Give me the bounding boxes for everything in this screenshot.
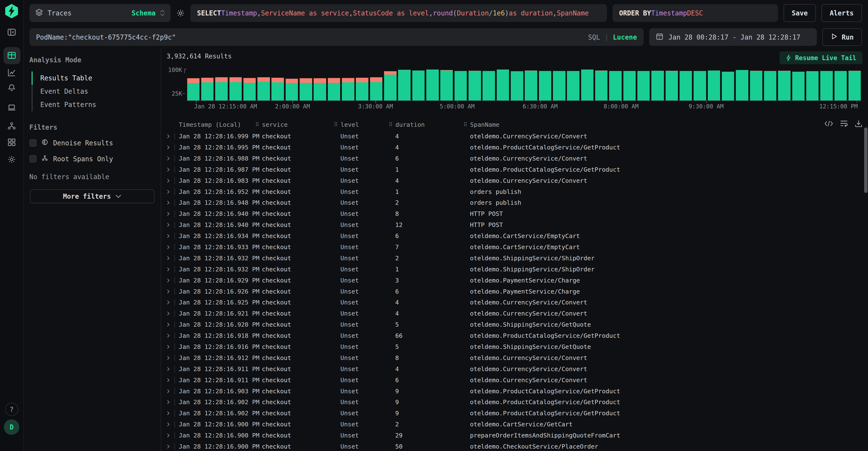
run-button[interactable]: Run: [823, 28, 862, 46]
search-input[interactable]: PodName:"checkout-675775c4cc-f2p9c" SQL …: [29, 28, 644, 46]
dashboards-icon[interactable]: [7, 138, 16, 147]
chart-bar[interactable]: [736, 70, 748, 101]
chevron-right-icon[interactable]: [165, 200, 175, 205]
chevron-right-icon[interactable]: [165, 222, 175, 228]
source-select[interactable]: Traces Schema: [29, 4, 170, 22]
chevron-right-icon[interactable]: [165, 233, 175, 239]
chart-bar[interactable]: [651, 71, 664, 101]
chart-bar[interactable]: [440, 70, 453, 101]
chevron-right-icon[interactable]: [165, 344, 175, 349]
chevron-right-icon[interactable]: [165, 322, 175, 328]
table-row[interactable]: Jan 28 12:28:16.902 PM checkout Unset 9 …: [165, 408, 868, 419]
chart-bar[interactable]: [750, 71, 762, 101]
order-by-editor[interactable]: ORDER BY Timestamp DESC: [613, 4, 778, 22]
chart-bar[interactable]: [848, 71, 861, 101]
chart-bar[interactable]: [215, 77, 227, 100]
chart-bar[interactable]: [834, 71, 847, 101]
table-row[interactable]: Jan 28 12:28:16.900 PM checkout Unset 50…: [165, 441, 868, 451]
chevron-right-icon[interactable]: [165, 444, 175, 449]
chevron-right-icon[interactable]: [165, 433, 175, 438]
chevron-right-icon[interactable]: [165, 266, 175, 272]
alerts-bell-icon[interactable]: [7, 83, 16, 91]
chevron-right-icon[interactable]: [165, 377, 175, 383]
chevron-right-icon[interactable]: [165, 399, 175, 405]
chart-bar[interactable]: [243, 78, 256, 101]
table-row[interactable]: Jan 28 12:28:16.995 PM checkout Unset 4 …: [165, 142, 868, 153]
root-spans-checkbox[interactable]: [29, 155, 37, 163]
table-row[interactable]: Jan 28 12:28:16.926 PM checkout Unset 6 …: [165, 286, 868, 297]
chart-bar[interactable]: [581, 69, 593, 101]
table-row[interactable]: Jan 28 12:28:16.999 PM checkout Unset 4 …: [165, 131, 868, 142]
chart-bar[interactable]: [468, 71, 481, 101]
chart-bar[interactable]: [300, 78, 312, 101]
mode-event-patterns[interactable]: Event Patterns: [32, 98, 155, 111]
chart-bar[interactable]: [708, 71, 720, 101]
column-header-level[interactable]: ⠿level: [334, 121, 389, 128]
scrollbar-thumb[interactable]: [864, 128, 868, 193]
more-filters-button[interactable]: More filters: [30, 189, 155, 203]
help-button[interactable]: ?: [5, 403, 18, 416]
chart-bar[interactable]: [539, 71, 551, 101]
chevron-right-icon[interactable]: [165, 244, 175, 250]
chart-bar[interactable]: [806, 71, 818, 100]
table-row[interactable]: Jan 28 12:28:16.940 PM checkout Unset 12…: [165, 220, 868, 231]
chart-bar[interactable]: [553, 71, 565, 101]
table-row[interactable]: Jan 28 12:28:16.952 PM checkout Unset 1 …: [165, 186, 868, 197]
chevron-right-icon[interactable]: [165, 255, 175, 261]
date-range-picker[interactable]: 1 Jan 28 00:28:17 - Jan 28 12:28:17: [649, 28, 817, 46]
lucene-mode-toggle[interactable]: Lucene: [613, 33, 637, 41]
table-row[interactable]: Jan 28 12:28:16.934 PM checkout Unset 6 …: [165, 231, 868, 242]
services-map-icon[interactable]: [7, 121, 16, 130]
chevron-right-icon[interactable]: [165, 311, 175, 316]
chart-bar[interactable]: [455, 71, 467, 101]
chevron-right-icon[interactable]: [165, 156, 175, 161]
chart-bar[interactable]: [426, 69, 439, 101]
chart-bar[interactable]: [567, 71, 579, 101]
root-spans-toggle[interactable]: Root Spans Only: [29, 155, 155, 163]
chevron-right-icon[interactable]: [165, 422, 175, 427]
column-header-service[interactable]: ⠿service: [255, 121, 334, 128]
source-settings-gear-icon[interactable]: [176, 9, 185, 18]
chevron-right-icon[interactable]: [165, 333, 175, 338]
nav-search-active[interactable]: [3, 47, 21, 64]
table-row[interactable]: Jan 28 12:28:16.932 PM checkout Unset 1 …: [165, 264, 868, 275]
table-row[interactable]: Jan 28 12:28:16.916 PM checkout Unset 5 …: [165, 341, 868, 353]
chart-bar[interactable]: [778, 71, 790, 101]
schema-link[interactable]: Schema: [131, 9, 155, 17]
denoise-results-toggle[interactable]: Denoise Results: [29, 139, 155, 147]
chart-bar[interactable]: [201, 78, 214, 101]
column-header-duration[interactable]: ⠿duration: [389, 121, 463, 128]
chart-bar[interactable]: [511, 71, 523, 100]
chart-bar[interactable]: [356, 78, 368, 101]
chart-bar[interactable]: [483, 71, 495, 101]
chart-bar[interactable]: [229, 77, 242, 100]
table-row[interactable]: Jan 28 12:28:16.911 PM checkout Unset 4 …: [165, 363, 868, 374]
resume-live-tail-button[interactable]: Resume Live Tail: [779, 51, 863, 64]
mode-results-table[interactable]: Results Table: [32, 72, 155, 85]
column-header-spanname[interactable]: ⠿SpanName: [463, 121, 861, 128]
chevron-right-icon[interactable]: [165, 167, 175, 172]
table-row[interactable]: Jan 28 12:28:16.918 PM checkout Unset 66…: [165, 330, 868, 341]
alerts-button[interactable]: Alerts: [822, 4, 862, 22]
chevron-right-icon[interactable]: [165, 289, 175, 294]
chart-bar[interactable]: [623, 71, 636, 101]
user-avatar[interactable]: D: [4, 419, 19, 435]
chevron-right-icon[interactable]: [165, 178, 175, 184]
chart-bar[interactable]: [257, 77, 270, 100]
table-row[interactable]: Jan 28 12:28:16.912 PM checkout Unset 8 …: [165, 352, 868, 363]
chart-bar[interactable]: [328, 78, 340, 101]
table-row[interactable]: Jan 28 12:28:16.987 PM checkout Unset 1 …: [165, 164, 868, 175]
chart-bar[interactable]: [314, 78, 326, 101]
chart-explorer-icon[interactable]: [7, 68, 16, 77]
select-clause-editor[interactable]: SELECT Timestamp, ServiceName as service…: [190, 4, 607, 22]
table-row[interactable]: Jan 28 12:28:16.900 PM checkout Unset 2 …: [165, 419, 868, 430]
table-row[interactable]: Jan 28 12:28:16.903 PM checkout Unset 9 …: [165, 386, 868, 397]
chart-bar[interactable]: [680, 71, 692, 101]
chart-bar[interactable]: [187, 78, 199, 101]
chart-bar[interactable]: [370, 77, 382, 100]
chart-bar[interactable]: [820, 71, 833, 101]
client-sessions-icon[interactable]: [7, 103, 16, 112]
chevron-right-icon[interactable]: [165, 278, 175, 283]
chart-bar[interactable]: [722, 72, 734, 101]
chart-bar[interactable]: [525, 71, 537, 101]
